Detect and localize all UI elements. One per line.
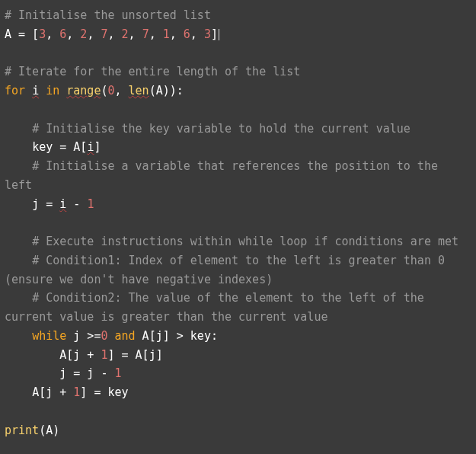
number-literal: 3 bbox=[39, 27, 46, 41]
comment-line: # Initialise the key variable to hold th… bbox=[5, 122, 411, 136]
builtin-range: range bbox=[66, 84, 101, 98]
keyword-for: for bbox=[5, 84, 25, 98]
comment-line: # Condition2: The value of the element t… bbox=[5, 291, 431, 324]
comment-line: # Initialise a variable that references … bbox=[5, 159, 445, 192]
builtin-print: print bbox=[5, 424, 39, 437]
comment-line: # Condition1: Index of element to the le… bbox=[5, 254, 452, 286]
comment-line: # Iterate for the entire length of the l… bbox=[5, 65, 300, 78]
identifier: i bbox=[32, 84, 39, 98]
keyword-in: in bbox=[46, 84, 59, 98]
comment-line: # Execute instructions within while loop… bbox=[5, 235, 458, 248]
keyword-and: and bbox=[115, 329, 136, 343]
code-text: A = [ bbox=[5, 27, 39, 41]
keyword-while: while bbox=[32, 329, 66, 343]
builtin-len: len bbox=[129, 84, 149, 98]
comment-line: # Initialise the unsorted list bbox=[5, 8, 211, 22]
code-editor: # Initialise the unsorted list A = [3, 6… bbox=[0, 0, 476, 446]
text-cursor bbox=[219, 29, 219, 40]
